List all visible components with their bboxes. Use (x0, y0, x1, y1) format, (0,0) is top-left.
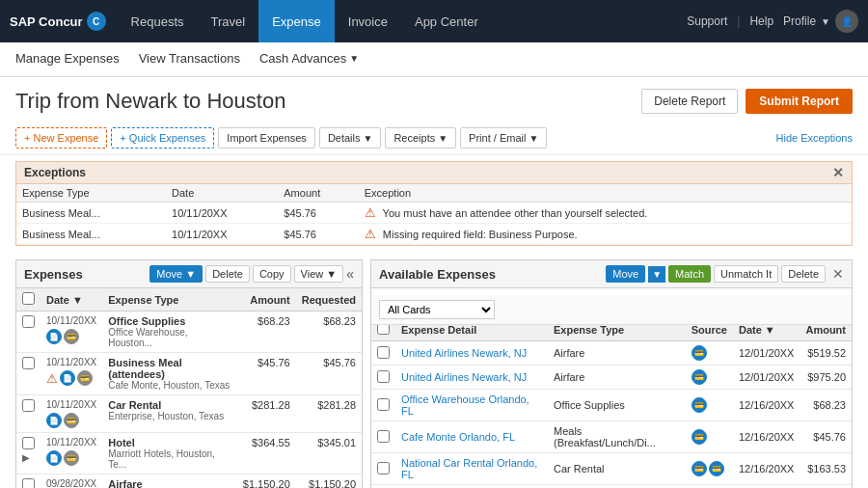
delete-report-button[interactable]: Delete Report (641, 89, 738, 114)
sap-text: SAP Concur (10, 14, 83, 29)
sub-nav-transactions[interactable]: View Transactions (139, 43, 240, 75)
available-checkbox[interactable] (377, 430, 390, 443)
exp-row-type[interactable]: Hotel Marriott Hotels, Houston, Te... (102, 433, 237, 474)
available-move-button[interactable]: Move (606, 265, 645, 283)
sub-nav-cash-advances[interactable]: Cash Advances ▼ (259, 43, 359, 75)
expenses-panel-header: Expenses Move ▼ Delete Copy View ▼ « (16, 260, 362, 288)
expense-checkbox[interactable] (22, 357, 35, 369)
available-row: Cafe Monte Orlando, FL Meals (Breakfast/… (371, 421, 852, 453)
available-title: Available Expenses (379, 267, 496, 282)
details-label: Details (328, 132, 361, 144)
available-close-button[interactable]: ✕ (832, 267, 844, 281)
avail-row-detail[interactable]: United Airlines Newark, NJ (395, 366, 548, 390)
expense-row: 10/11/20XX 📄💳 Office Supplies Office War… (16, 312, 362, 353)
avail-row-source: 💳💳 (686, 485, 733, 489)
receipt-icon[interactable]: 📄 (46, 413, 62, 428)
receipts-chevron-icon: ▼ (438, 133, 448, 144)
avail-row-detail[interactable]: Cafe Monte Orlando, FL (395, 421, 548, 453)
nav-appcenter[interactable]: App Center (401, 0, 492, 42)
view-button[interactable]: View ▼ (294, 265, 344, 283)
unmatch-button[interactable]: Unmatch It (714, 265, 778, 283)
sub-nav-manage[interactable]: Manage Expenses (15, 43, 120, 75)
available-checkbox[interactable] (377, 346, 390, 359)
exp-row-type[interactable]: Car Rental Enterprise, Houston, Texas (102, 395, 237, 433)
avail-row-detail[interactable]: Office Warehouse Orlando, FL (395, 390, 548, 421)
avail-row-detail[interactable]: Courtyards Orlando, Florida (395, 485, 548, 489)
expenses-table: Date ▼ Expense Type Amount Requested 10/… (16, 288, 362, 488)
nav-travel[interactable]: Travel (198, 0, 259, 42)
nav-requests[interactable]: Requests (118, 0, 198, 42)
exp-col-date[interactable]: Date ▼ (41, 288, 102, 312)
exceptions-close-button[interactable]: ✕ (832, 166, 844, 179)
select-all-checkbox[interactable] (22, 292, 35, 305)
profile-area[interactable]: Profile ▼ 👤 (783, 10, 858, 33)
exp-row-type[interactable]: Business Meal (attendees) Cafe Monte, Ho… (102, 353, 237, 395)
avail-row-amount: $68.23 (800, 390, 852, 421)
support-link[interactable]: Support (687, 14, 727, 28)
nav-separator: | (737, 14, 740, 28)
expense-checkbox[interactable] (22, 478, 35, 488)
print-email-button[interactable]: Print / Email ▼ (460, 127, 547, 149)
exp-row-check: ▶ (16, 433, 41, 474)
exc-col-type: Expense Type (16, 184, 166, 203)
delete-expense-button[interactable]: Delete (205, 265, 250, 283)
move-dropdown-icon[interactable]: ▼ (648, 266, 665, 283)
avail-row-detail[interactable]: United Airlines Newark, NJ (395, 341, 548, 366)
card-icon[interactable]: 💳 (64, 413, 79, 428)
exp-col-requested: Requested (296, 288, 362, 312)
avail-row-amount: $519.52 (800, 341, 852, 366)
receipt-icon[interactable]: 📄 (60, 370, 75, 386)
available-row: United Airlines Newark, NJ Airfare 💳 12/… (371, 341, 852, 366)
card-icon[interactable]: 💳 (64, 450, 79, 466)
card-icon[interactable]: 💳 (77, 370, 93, 386)
details-button[interactable]: Details ▼ (319, 127, 382, 149)
avail-row-date: 12/16/20XX (733, 453, 800, 485)
exc-col-exception: Exception (359, 184, 852, 203)
nav-expense[interactable]: Expense (258, 0, 335, 42)
copy-button[interactable]: Copy (253, 265, 291, 283)
main-content: Expenses Move ▼ Delete Copy View ▼ « Dat… (0, 252, 868, 488)
available-checkbox[interactable] (377, 370, 390, 383)
quick-expenses-button[interactable]: + Quick Expenses (111, 127, 214, 149)
collapse-icon[interactable]: « (346, 266, 354, 282)
receipt-icon[interactable]: 📄 (46, 329, 62, 344)
available-delete-button[interactable]: Delete (781, 265, 826, 283)
submit-report-button[interactable]: Submit Report (746, 89, 853, 114)
import-expenses-button[interactable]: Import Expenses (218, 127, 315, 149)
card1-icon: 💳 (692, 461, 707, 476)
available-checkbox[interactable] (377, 462, 390, 474)
sap-logo[interactable]: SAP Concur C (10, 12, 106, 31)
help-link[interactable]: Help (749, 14, 773, 28)
card-filter-select[interactable]: All Cards (379, 300, 495, 319)
card-icon: 💳 (692, 369, 707, 385)
exp-row-type[interactable]: Airfare United Airlines, Newark, New... (102, 474, 237, 489)
match-button[interactable]: Match (668, 265, 711, 283)
available-checkbox[interactable] (377, 398, 390, 411)
header-actions: Delete Report Submit Report (641, 89, 853, 114)
concur-icon: C (87, 12, 106, 31)
new-expense-button[interactable]: + New Expense (15, 127, 107, 149)
expense-checkbox[interactable] (22, 437, 35, 449)
expand-icon[interactable]: ▶ (22, 452, 30, 463)
exp-row-date: 10/11/20XX 📄💳 (41, 312, 102, 353)
exp-row-type[interactable]: Office Supplies Office Warehouse, Housto… (102, 312, 237, 353)
avail-row-type: Airfare (548, 366, 686, 390)
move-button[interactable]: Move ▼ (149, 265, 203, 283)
avail-row-check (371, 421, 395, 453)
avail-row-source: 💳 (686, 366, 733, 390)
card-icon[interactable]: 💳 (64, 329, 79, 344)
available-filter: All Cards (371, 295, 852, 325)
nav-invoice[interactable]: Invoice (335, 0, 401, 42)
avail-row-source: 💳 (686, 341, 733, 366)
avail-row-detail[interactable]: National Car Rental Orlando, FL (395, 453, 548, 485)
receipts-button[interactable]: Receipts ▼ (385, 127, 456, 149)
exp-row-check (16, 312, 41, 353)
exp-row-requested: $281.28 (296, 395, 362, 433)
expense-checkbox[interactable] (22, 399, 35, 412)
hide-exceptions-link[interactable]: Hide Exceptions (776, 132, 854, 144)
available-table: Expense Detail Expense Type Source Date … (371, 318, 852, 488)
receipt-icon[interactable]: 📄 (46, 450, 62, 466)
profile-chevron-icon: ▼ (821, 16, 830, 27)
expense-checkbox[interactable] (22, 315, 35, 328)
avail-row-amount: $475.62 (800, 485, 852, 489)
